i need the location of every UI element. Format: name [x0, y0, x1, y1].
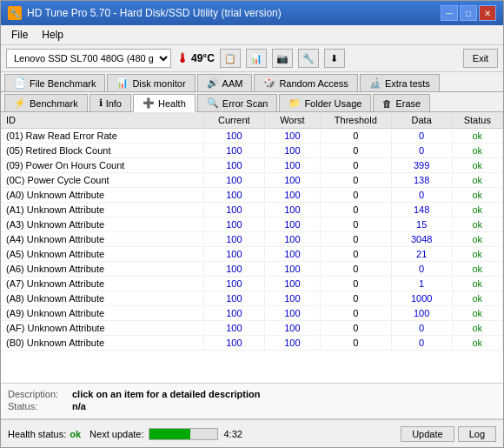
header-data[interactable]: Data — [391, 112, 452, 129]
cell-status: ok — [452, 247, 502, 262]
header-status[interactable]: Status — [452, 112, 502, 129]
table-row[interactable]: (09) Power On Hours Count 100 100 0 399 … — [1, 158, 503, 173]
cell-current: 100 — [203, 203, 264, 217]
toolbar-btn-3[interactable]: 📷 — [272, 49, 293, 68]
cell-current: 100 — [203, 262, 264, 277]
cell-data: 399 — [391, 158, 452, 173]
tab-extra-tests[interactable]: 🔬 Extra tests — [360, 74, 440, 91]
error-scan-icon: 🔍 — [207, 97, 219, 109]
benchmark-label: Benchmark — [30, 98, 78, 109]
update-progress-bar — [149, 428, 218, 440]
toolbar-btn-2[interactable]: 📊 — [246, 49, 267, 68]
extra-tests-icon: 🔬 — [369, 77, 381, 89]
minimize-button[interactable]: ─ — [441, 5, 458, 21]
cell-data: 21 — [391, 247, 452, 262]
table-row[interactable]: (B0) Unknown Attribute 100 100 0 0 ok — [1, 336, 503, 351]
cell-current: 100 — [203, 291, 264, 306]
cell-status: ok — [452, 144, 502, 158]
tab-health[interactable]: ➕ Health — [133, 94, 196, 112]
cell-data: 3048 — [391, 232, 452, 247]
log-button[interactable]: Log — [458, 426, 496, 442]
table-row[interactable]: (A9) Unknown Attribute 100 100 0 100 ok — [1, 306, 503, 321]
benchmark-icon: ⚡ — [14, 97, 26, 109]
toolbar-btn-4[interactable]: 🔧 — [298, 49, 319, 68]
table-row[interactable]: (A3) Unknown Attribute 100 100 0 15 ok — [1, 217, 503, 232]
title-bar: 🔧 HD Tune Pro 5.70 - Hard Disk/SSD Utili… — [1, 1, 503, 25]
status-row: Status: n/a — [8, 401, 496, 411]
tab-random-access[interactable]: 🎲 Random Access — [254, 74, 357, 91]
cell-current: 100 — [203, 144, 264, 158]
cell-current: 100 — [203, 277, 264, 291]
cell-worst: 100 — [264, 158, 320, 173]
cell-threshold: 0 — [320, 158, 391, 173]
tab-aam[interactable]: 🔊 AAM — [197, 74, 253, 91]
toolbar-btn-5[interactable]: ⬇ — [324, 49, 345, 68]
cell-id: (0C) Power Cycle Count — [1, 173, 203, 188]
cell-current: 100 — [203, 336, 264, 351]
tabs-row2: ⚡ Benchmark ℹ Info ➕ Health 🔍 Error Scan… — [1, 92, 503, 112]
cell-id: (A3) Unknown Attribute — [1, 217, 203, 232]
cell-status: ok — [452, 232, 502, 247]
cell-worst: 100 — [264, 188, 320, 203]
table-row[interactable]: (A6) Unknown Attribute 100 100 0 0 ok — [1, 262, 503, 277]
maximize-button[interactable]: □ — [460, 5, 477, 21]
cell-threshold: 0 — [320, 203, 391, 217]
health-status: Health status: ok — [8, 429, 81, 439]
header-id[interactable]: ID — [1, 112, 203, 129]
cell-status: ok — [452, 129, 502, 144]
disk-monitor-icon: 📊 — [116, 77, 129, 89]
health-icon: ➕ — [143, 97, 155, 109]
table-row[interactable]: (AF) Unknown Attribute 100 100 0 0 ok — [1, 321, 503, 336]
cell-data: 148 — [391, 203, 452, 217]
exit-button[interactable]: Exit — [463, 49, 498, 68]
tab-erase[interactable]: 🗑 Erase — [373, 94, 430, 111]
cell-status: ok — [452, 217, 502, 232]
cell-id: (A5) Unknown Attribute — [1, 247, 203, 262]
health-status-label: Health status: — [8, 429, 66, 439]
cell-worst: 100 — [264, 291, 320, 306]
cell-status: ok — [452, 203, 502, 217]
cell-threshold: 0 — [320, 129, 391, 144]
table-row[interactable]: (01) Raw Read Error Rate 100 100 0 0 ok — [1, 129, 503, 144]
cell-worst: 100 — [264, 173, 320, 188]
cell-worst: 100 — [264, 277, 320, 291]
toolbar-btn-1[interactable]: 📋 — [220, 49, 241, 68]
header-threshold[interactable]: Threshold — [320, 112, 391, 129]
table-row[interactable]: (A7) Unknown Attribute 100 100 0 1 ok — [1, 277, 503, 291]
cell-worst: 100 — [264, 321, 320, 336]
header-current[interactable]: Current — [203, 112, 264, 129]
tab-folder-usage[interactable]: 📁 Folder Usage — [279, 94, 371, 111]
table-header-row: ID Current Worst Threshold Data Status — [1, 112, 503, 129]
tab-info[interactable]: ℹ Info — [90, 94, 131, 111]
update-button[interactable]: Update — [401, 426, 454, 442]
close-button[interactable]: ✕ — [479, 5, 496, 21]
table-row[interactable]: (A4) Unknown Attribute 100 100 0 3048 ok — [1, 232, 503, 247]
disk-monitor-label: Disk monitor — [132, 78, 185, 89]
cell-threshold: 0 — [320, 217, 391, 232]
table-row[interactable]: (A8) Unknown Attribute 100 100 0 1000 ok — [1, 291, 503, 306]
description-row: Description: click on an item for a deta… — [8, 389, 496, 399]
table-row[interactable]: (A1) Unknown Attribute 100 100 0 148 ok — [1, 203, 503, 217]
health-label: Health — [158, 98, 186, 109]
cell-status: ok — [452, 188, 502, 203]
menu-file[interactable]: File — [4, 27, 35, 43]
menu-help[interactable]: Help — [35, 27, 70, 43]
table-row[interactable]: (A0) Unknown Attribute 100 100 0 0 ok — [1, 188, 503, 203]
file-benchmark-label: File Benchmark — [30, 78, 96, 89]
drive-selector[interactable]: Lenovo SSD SL700 480G (480 gB) — [6, 49, 171, 68]
tab-disk-monitor[interactable]: 📊 Disk monitor — [107, 74, 195, 91]
table-row[interactable]: (05) Retired Block Count 100 100 0 0 ok — [1, 144, 503, 158]
header-worst[interactable]: Worst — [264, 112, 320, 129]
smart-table-container[interactable]: ID Current Worst Threshold Data Status (… — [1, 112, 503, 384]
app-icon: 🔧 — [8, 6, 22, 20]
random-access-icon: 🎲 — [263, 77, 275, 89]
action-buttons: Update Log — [401, 426, 496, 442]
cell-current: 100 — [203, 232, 264, 247]
tab-error-scan[interactable]: 🔍 Error Scan — [197, 94, 278, 111]
tab-benchmark[interactable]: ⚡ Benchmark — [4, 94, 88, 111]
table-row[interactable]: (0C) Power Cycle Count 100 100 0 138 ok — [1, 173, 503, 188]
table-row[interactable]: (A5) Unknown Attribute 100 100 0 21 ok — [1, 247, 503, 262]
info-icon: ℹ — [99, 97, 103, 109]
tab-file-benchmark[interactable]: 📄 File Benchmark — [4, 74, 105, 91]
random-access-label: Random Access — [279, 78, 348, 89]
